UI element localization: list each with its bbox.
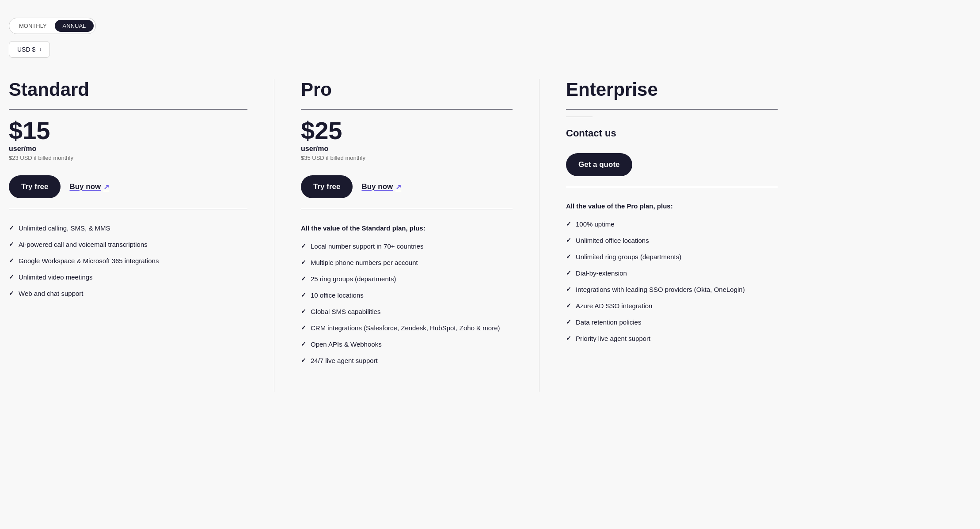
enterprise-plan-actions: Get a quote xyxy=(566,153,778,187)
feature-text: Ai-powered call and voicemail transcript… xyxy=(19,240,148,249)
list-item: ✓ Dial-by-extension xyxy=(566,268,778,278)
billing-toggle[interactable]: MONTHLY ANNUAL xyxy=(9,18,96,34)
standard-plan-actions: Try free Buy now ↗ xyxy=(9,175,247,209)
check-icon: ✓ xyxy=(9,224,14,233)
check-icon: ✓ xyxy=(301,242,306,251)
enterprise-divider xyxy=(566,117,593,117)
pro-price-period: user/mo xyxy=(301,145,513,153)
list-item: ✓ 24/7 live agent support xyxy=(301,356,513,365)
pro-price-note: $35 USD if billed monthly xyxy=(301,155,513,161)
list-item: ✓ Global SMS capabilities xyxy=(301,307,513,316)
list-item: ✓ 100% uptime xyxy=(566,219,778,229)
enterprise-features: All the value of the Pro plan, plus: ✓ 1… xyxy=(566,201,778,343)
enterprise-price-area: Contact us xyxy=(566,128,778,139)
plans-container: Standard $15 user/mo $23 USD if billed m… xyxy=(9,79,804,392)
monthly-toggle[interactable]: MONTHLY xyxy=(11,20,55,32)
feature-text: Local number support in 70+ countries xyxy=(311,242,424,251)
list-item: ✓ Integrations with leading SSO provider… xyxy=(566,285,778,294)
pro-features: All the value of the Standard plan, plus… xyxy=(301,223,513,365)
standard-price-amount: $15 xyxy=(9,118,247,143)
list-item: ✓ Unlimited ring groups (departments) xyxy=(566,252,778,261)
check-icon: ✓ xyxy=(566,253,571,261)
check-icon: ✓ xyxy=(566,302,571,310)
list-item: ✓ Data retention policies xyxy=(566,317,778,327)
check-icon: ✓ xyxy=(301,356,306,365)
standard-buy-now-button[interactable]: Buy now ↗ xyxy=(69,182,109,191)
check-icon: ✓ xyxy=(301,258,306,267)
standard-price-block: $15 user/mo $23 USD if billed monthly xyxy=(9,118,247,161)
pro-buy-now-button[interactable]: Buy now ↗ xyxy=(361,182,401,191)
annual-toggle[interactable]: ANNUAL xyxy=(55,20,94,32)
list-item: ✓ Unlimited calling, SMS, & MMS xyxy=(9,223,247,233)
pro-plan: Pro $25 user/mo $35 USD if billed monthl… xyxy=(274,79,539,392)
feature-text: Unlimited calling, SMS, & MMS xyxy=(19,223,110,233)
pro-price-amount: $25 xyxy=(301,118,513,143)
feature-text: CRM integrations (Salesforce, Zendesk, H… xyxy=(311,323,500,333)
feature-text: Google Workspace & Microsoft 365 integra… xyxy=(19,256,159,265)
currency-label: USD $ xyxy=(17,46,35,53)
enterprise-plan: Enterprise Contact us Get a quote All th… xyxy=(539,79,804,392)
feature-text: Data retention policies xyxy=(576,317,641,327)
pro-plan-name: Pro xyxy=(301,79,513,110)
enterprise-feature-list: ✓ 100% uptime ✓ Unlimited office locatio… xyxy=(566,219,778,343)
feature-text: Global SMS capabilities xyxy=(311,307,380,316)
check-icon: ✓ xyxy=(9,273,14,282)
feature-text: 24/7 live agent support xyxy=(311,356,378,365)
pro-feature-list: ✓ Local number support in 70+ countries … xyxy=(301,242,513,365)
check-icon: ✓ xyxy=(301,275,306,283)
list-item: ✓ Ai-powered call and voicemail transcri… xyxy=(9,240,247,249)
feature-text: Unlimited ring groups (departments) xyxy=(576,252,681,261)
list-item: ✓ 25 ring groups (departments) xyxy=(301,274,513,283)
feature-text: Priority live agent support xyxy=(576,334,650,343)
enterprise-get-quote-button[interactable]: Get a quote xyxy=(566,153,632,176)
check-icon: ✓ xyxy=(566,285,571,294)
check-icon: ✓ xyxy=(9,289,14,298)
standard-plan: Standard $15 user/mo $23 USD if billed m… xyxy=(9,79,274,392)
feature-text: 10 office locations xyxy=(311,291,364,300)
check-icon: ✓ xyxy=(301,324,306,333)
pro-features-header: All the value of the Standard plan, plus… xyxy=(301,223,513,233)
feature-text: Multiple phone numbers per account xyxy=(311,258,418,267)
list-item: ✓ Azure AD SSO integration xyxy=(566,301,778,310)
buy-now-arrow-icon: ↗ xyxy=(103,183,109,191)
list-item: ✓ Web and chat support xyxy=(9,289,247,298)
standard-plan-name: Standard xyxy=(9,79,247,110)
standard-feature-list: ✓ Unlimited calling, SMS, & MMS ✓ Ai-pow… xyxy=(9,223,247,298)
standard-price-period: user/mo xyxy=(9,145,247,153)
currency-selector[interactable]: USD $ ↓ xyxy=(9,41,50,58)
list-item: ✓ Unlimited office locations xyxy=(566,236,778,245)
check-icon: ✓ xyxy=(301,340,306,349)
check-icon: ✓ xyxy=(566,318,571,327)
check-icon: ✓ xyxy=(301,307,306,316)
feature-text: Open APIs & Webhooks xyxy=(311,340,382,349)
standard-try-free-button[interactable]: Try free xyxy=(9,175,61,198)
feature-text: Integrations with leading SSO providers … xyxy=(576,285,745,294)
feature-text: Azure AD SSO integration xyxy=(576,301,652,310)
list-item: ✓ Local number support in 70+ countries xyxy=(301,242,513,251)
list-item: ✓ Google Workspace & Microsoft 365 integ… xyxy=(9,256,247,265)
list-item: ✓ Open APIs & Webhooks xyxy=(301,340,513,349)
list-item: ✓ 10 office locations xyxy=(301,291,513,300)
feature-text: Web and chat support xyxy=(19,289,83,298)
list-item: ✓ CRM integrations (Salesforce, Zendesk,… xyxy=(301,323,513,333)
pro-price-block: $25 user/mo $35 USD if billed monthly xyxy=(301,118,513,161)
feature-text: Dial-by-extension xyxy=(576,268,627,278)
pro-try-free-button[interactable]: Try free xyxy=(301,175,353,198)
feature-text: Unlimited video meetings xyxy=(19,272,93,282)
check-icon: ✓ xyxy=(9,257,14,265)
check-icon: ✓ xyxy=(566,220,571,229)
top-controls: MONTHLY ANNUAL USD $ ↓ xyxy=(9,18,106,58)
standard-buy-now-label: Buy now xyxy=(69,182,101,191)
check-icon: ✓ xyxy=(566,334,571,343)
feature-text: Unlimited office locations xyxy=(576,236,649,245)
enterprise-contact-label: Contact us xyxy=(566,128,778,139)
enterprise-features-header: All the value of the Pro plan, plus: xyxy=(566,201,778,211)
standard-features: ✓ Unlimited calling, SMS, & MMS ✓ Ai-pow… xyxy=(9,223,247,298)
check-icon: ✓ xyxy=(566,236,571,245)
list-item: ✓ Multiple phone numbers per account xyxy=(301,258,513,267)
pro-plan-actions: Try free Buy now ↗ xyxy=(301,175,513,209)
enterprise-plan-name: Enterprise xyxy=(566,79,778,110)
check-icon: ✓ xyxy=(566,269,571,278)
pro-buy-now-label: Buy now xyxy=(361,182,393,191)
check-icon: ✓ xyxy=(9,240,14,249)
